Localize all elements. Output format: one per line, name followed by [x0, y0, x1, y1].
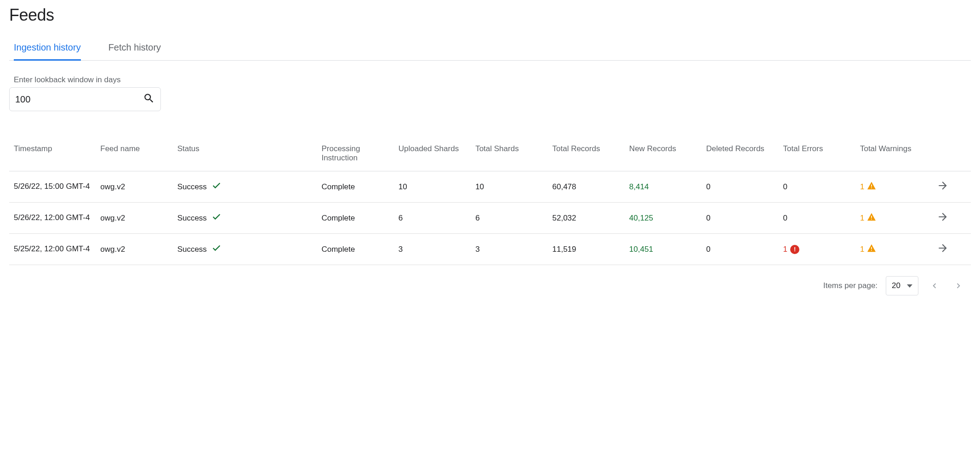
cell-new-records: 8,414 [625, 171, 701, 203]
dropdown-icon [907, 284, 912, 288]
cell-status: Success [173, 234, 317, 265]
lookback-label: Enter lookback window in days [9, 75, 971, 85]
cell-timestamp: 5/26/22, 15:00 GMT-4 [9, 171, 96, 203]
row-detail-button[interactable] [937, 180, 949, 192]
error-badge: 1! [783, 245, 799, 254]
col-uploaded-shards[interactable]: Uploaded Shards [394, 139, 471, 171]
check-icon [211, 212, 222, 224]
row-detail-button[interactable] [937, 242, 949, 254]
svg-rect-1 [872, 187, 872, 188]
cell-status: Success [173, 203, 317, 234]
col-total-shards[interactable]: Total Shards [471, 139, 547, 171]
cell-new-records: 40,125 [625, 203, 701, 234]
cell-total-shards: 10 [471, 171, 547, 203]
table-row: 5/26/22, 12:00 GMT-4owg.v2SuccessComplet… [9, 203, 971, 234]
col-timestamp[interactable]: Timestamp [9, 139, 96, 171]
cell-processing: Complete [317, 171, 393, 203]
next-page-button[interactable] [951, 278, 966, 294]
cell-total-shards: 3 [471, 234, 547, 265]
pagination-bar: Items per page: 20 [9, 276, 971, 295]
ingestion-table: Timestamp Feed name Status Processing In… [9, 139, 971, 265]
col-processing-instruction[interactable]: Processing Instruction [317, 139, 393, 171]
cell-total-shards: 6 [471, 203, 547, 234]
page-size-value: 20 [892, 281, 900, 290]
col-status[interactable]: Status [173, 139, 317, 171]
cell-total-warnings: 1 [855, 234, 932, 265]
cell-feed-name: owg.v2 [96, 234, 172, 265]
cell-total-errors: 0 [783, 182, 787, 191]
tab-ingestion-history[interactable]: Ingestion history [14, 39, 81, 61]
page-size-select[interactable]: 20 [886, 276, 918, 295]
col-total-records[interactable]: Total Records [548, 139, 625, 171]
cell-total-warnings: 1 [855, 171, 932, 203]
check-icon [211, 243, 222, 255]
cell-total-records: 52,032 [548, 203, 625, 234]
cell-total-records: 11,519 [548, 234, 625, 265]
cell-timestamp: 5/25/22, 12:00 GMT-4 [9, 234, 96, 265]
prev-page-button[interactable] [927, 278, 942, 294]
col-feed-name[interactable]: Feed name [96, 139, 172, 171]
check-icon [211, 181, 222, 193]
cell-processing: Complete [317, 234, 393, 265]
warning-icon [867, 244, 876, 255]
cell-total-records: 60,478 [548, 171, 625, 203]
col-new-records[interactable]: New Records [625, 139, 701, 171]
search-icon[interactable] [143, 92, 155, 106]
cell-total-warnings: 1 [855, 203, 932, 234]
cell-uploaded-shards: 6 [394, 203, 471, 234]
cell-processing: Complete [317, 203, 393, 234]
svg-rect-2 [872, 216, 872, 218]
svg-rect-0 [872, 185, 872, 187]
cell-deleted-records: 0 [701, 234, 778, 265]
col-total-errors[interactable]: Total Errors [779, 139, 855, 171]
table-row: 5/26/22, 15:00 GMT-4owg.v2SuccessComplet… [9, 171, 971, 203]
cell-uploaded-shards: 3 [394, 234, 471, 265]
cell-deleted-records: 0 [701, 203, 778, 234]
cell-deleted-records: 0 [701, 171, 778, 203]
col-total-warnings[interactable]: Total Warnings [855, 139, 932, 171]
tabs-bar: Ingestion history Fetch history [9, 39, 971, 61]
page-title: Feeds [9, 6, 971, 25]
cell-new-records: 10,451 [625, 234, 701, 265]
warning-icon [867, 181, 876, 192]
error-icon: ! [790, 245, 799, 254]
svg-rect-3 [872, 219, 872, 220]
cell-total-errors: 0 [783, 214, 787, 222]
lookback-field-wrap [9, 87, 161, 111]
cell-timestamp: 5/26/22, 12:00 GMT-4 [9, 203, 96, 234]
svg-rect-5 [872, 250, 872, 251]
lookback-input[interactable] [15, 94, 143, 105]
row-detail-button[interactable] [937, 211, 949, 223]
tab-fetch-history[interactable]: Fetch history [108, 39, 161, 61]
svg-rect-4 [872, 247, 872, 249]
items-per-page-label: Items per page: [823, 281, 877, 290]
cell-status: Success [173, 171, 317, 203]
table-row: 5/25/22, 12:00 GMT-4owg.v2SuccessComplet… [9, 234, 971, 265]
warning-icon [867, 213, 876, 223]
col-deleted-records[interactable]: Deleted Records [701, 139, 778, 171]
cell-feed-name: owg.v2 [96, 203, 172, 234]
cell-feed-name: owg.v2 [96, 171, 172, 203]
cell-uploaded-shards: 10 [394, 171, 471, 203]
